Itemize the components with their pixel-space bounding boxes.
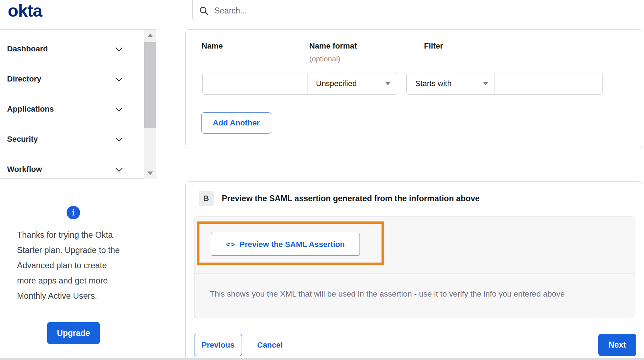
next-button[interactable]: Next	[598, 334, 636, 356]
scrollbar-thumb[interactable]	[144, 42, 156, 128]
okta-admin-page: okta Dashboard Directory Applications	[0, 0, 644, 360]
sidebar-item-workflow[interactable]: Workflow	[0, 161, 143, 178]
chevron-down-icon	[115, 135, 123, 142]
scroll-down-button[interactable]	[144, 168, 156, 179]
filter-column-label: Filter	[424, 41, 443, 51]
chevron-down-icon	[115, 44, 123, 51]
sidebar-scrollbar[interactable]	[144, 30, 156, 179]
preview-panel: <> Preview the SAML Assertion This shows…	[194, 216, 634, 318]
okta-logo: okta	[8, 1, 42, 21]
code-icon: <>	[226, 240, 236, 249]
scroll-up-icon	[147, 34, 153, 37]
attribute-name-input[interactable]	[202, 73, 307, 95]
sidebar-item-label: Security	[7, 135, 38, 144]
filter-value-input[interactable]	[495, 73, 603, 95]
sidebar-item-label: Workflow	[7, 165, 42, 174]
panel-divider	[194, 274, 634, 274]
preview-saml-card: B Preview the SAML assertion generated f…	[185, 181, 642, 359]
caret-down-icon	[483, 82, 488, 85]
preview-description: This shows you the XML that will be used…	[210, 289, 624, 299]
chevron-down-icon	[115, 74, 123, 81]
name-format-value: Unspecified	[316, 79, 357, 88]
viewport-bottom-strip	[0, 358, 644, 360]
sidebar-nav: Dashboard Directory Applications Securit…	[0, 29, 157, 179]
upsell-message: Thanks for trying the Okta Starter plan.…	[17, 227, 120, 304]
caret-down-icon	[385, 82, 390, 85]
section-b-badge: B	[199, 191, 214, 206]
filter-operator-select[interactable]: Starts with	[406, 73, 495, 95]
info-icon: i	[67, 206, 80, 219]
sidebar-item-label: Dashboard	[7, 44, 48, 54]
attribute-statements-card: Name Name format (optional) Filter Unspe…	[185, 29, 642, 148]
name-format-column-label: Name format	[309, 41, 357, 51]
sidebar-item-security[interactable]: Security	[0, 131, 143, 148]
add-another-button[interactable]: Add Another	[201, 112, 271, 134]
section-b-title: Preview the SAML assertion generated fro…	[222, 194, 480, 203]
scroll-down-icon	[147, 171, 153, 175]
previous-button[interactable]: Previous	[194, 334, 242, 356]
sidebar-item-applications[interactable]: Applications	[0, 101, 143, 118]
search-input[interactable]	[214, 6, 609, 16]
preview-saml-assertion-button[interactable]: <> Preview the SAML Assertion	[211, 233, 360, 256]
sidebar-item-dashboard[interactable]: Dashboard	[0, 40, 143, 57]
upgrade-button[interactable]: Upgrade	[47, 322, 100, 344]
chevron-down-icon	[115, 105, 123, 112]
name-column-label: Name	[202, 41, 223, 51]
filter-operator-value: Starts with	[415, 79, 452, 88]
name-format-select[interactable]: Unspecified	[307, 73, 397, 95]
name-format-optional-label: (optional)	[309, 55, 340, 63]
sidebar-item-directory[interactable]: Directory	[0, 71, 143, 88]
chevron-down-icon	[115, 165, 123, 172]
sidebar-item-label: Applications	[7, 105, 54, 114]
search-icon	[199, 6, 209, 16]
global-search[interactable]	[192, 0, 615, 21]
scroll-up-button[interactable]	[144, 30, 156, 41]
info-icon-glyph: i	[72, 207, 74, 218]
cancel-link[interactable]: Cancel	[254, 334, 286, 356]
sidebar-item-label: Directory	[7, 74, 41, 84]
preview-button-label: Preview the SAML Assertion	[239, 240, 345, 249]
